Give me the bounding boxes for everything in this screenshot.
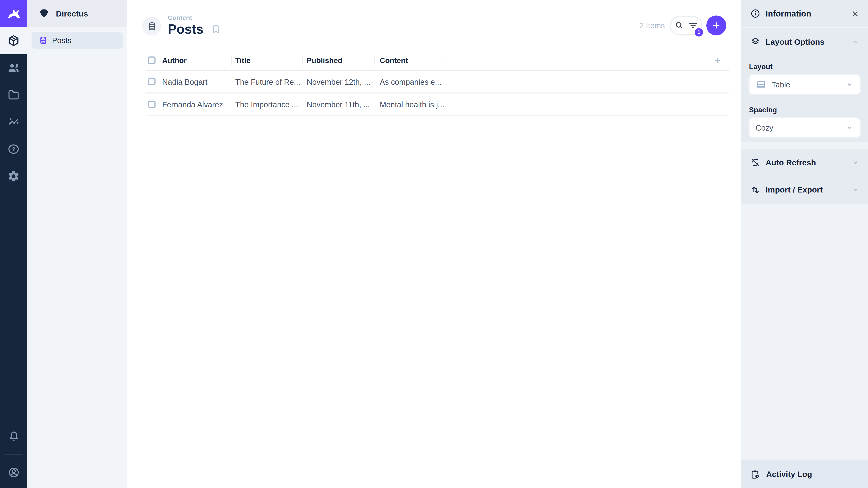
- table-layout-icon: [756, 79, 767, 90]
- directus-app: ?: [0, 0, 868, 488]
- activity-log-button[interactable]: Activity Log: [741, 460, 868, 488]
- select-all-checkbox[interactable]: [148, 57, 155, 64]
- row-select-cell: [146, 101, 162, 108]
- row-checkbox[interactable]: [148, 101, 155, 108]
- collection-badge: [142, 17, 161, 35]
- project-fan-icon: [38, 8, 50, 19]
- settings-gear-icon: [7, 170, 20, 183]
- module-content[interactable]: [0, 27, 27, 54]
- table-row[interactable]: Fernanda Alvarez The Importance ... Nove…: [146, 94, 729, 116]
- section-label: Import / Export: [766, 185, 846, 194]
- nav-item-posts[interactable]: Posts: [32, 32, 123, 48]
- notifications-button[interactable]: [0, 423, 27, 450]
- cell-content: As companies e...: [374, 77, 446, 86]
- chevron-down-icon: [845, 80, 854, 89]
- content-module-cube-icon: [7, 34, 20, 47]
- chevron-down-icon: [851, 158, 860, 167]
- module-help[interactable]: ?: [0, 135, 27, 163]
- section-auto-refresh[interactable]: Auto Refresh: [741, 149, 868, 176]
- add-column-button[interactable]: [713, 56, 722, 65]
- project-name: Directus: [56, 9, 88, 18]
- chevron-down-icon: [845, 123, 854, 132]
- select-all-cell: [146, 57, 162, 64]
- collection-database-icon: [147, 21, 156, 31]
- section-label: Layout Options: [766, 37, 846, 46]
- header-actions: 2 Items 1: [640, 15, 726, 35]
- bookmark-icon: [211, 24, 221, 34]
- collection-database-icon: [39, 36, 48, 45]
- items-count: 2 Items: [640, 21, 665, 30]
- sidebar-header: Information: [741, 0, 868, 27]
- nav-item-label: Posts: [52, 36, 71, 45]
- row-select-cell: [146, 78, 162, 86]
- search-icon[interactable]: [674, 21, 684, 31]
- sidebar-spacer: [741, 203, 868, 460]
- sidebar-gap: [741, 142, 868, 149]
- close-icon: [851, 9, 860, 18]
- column-header-title[interactable]: Title: [231, 56, 302, 65]
- filter-count-badge: 1: [694, 28, 703, 36]
- help-icon: ?: [7, 143, 20, 156]
- layout-select[interactable]: Table: [748, 74, 861, 95]
- layers-icon: [750, 37, 761, 47]
- title-block: Content Posts: [168, 14, 204, 37]
- cell-title: The Future of Re...: [231, 77, 302, 86]
- module-rail: ?: [0, 0, 27, 488]
- cell-published: November 11th, ...: [302, 100, 374, 109]
- column-header-content[interactable]: Content: [374, 56, 446, 65]
- module-files[interactable]: [0, 81, 27, 108]
- activity-clipboard-icon: [750, 469, 761, 480]
- insights-icon: [7, 116, 20, 128]
- cell-published: November 12th, ...: [302, 77, 374, 86]
- directus-logo-button[interactable]: [0, 0, 27, 27]
- create-item-button[interactable]: [706, 15, 726, 35]
- notifications-bell-icon: [7, 430, 20, 442]
- breadcrumb: Content: [168, 14, 204, 21]
- directus-rabbit-logo: [6, 6, 22, 22]
- section-label: Auto Refresh: [766, 158, 846, 167]
- files-folder-icon: [7, 89, 20, 101]
- header-rest: [446, 56, 729, 65]
- import-export-arrows-icon: [750, 185, 761, 195]
- close-sidebar-button[interactable]: [851, 9, 860, 18]
- spacing-select-value: Cozy: [756, 123, 840, 132]
- nav-sidebar: Directus Posts: [27, 0, 127, 488]
- column-header-published[interactable]: Published: [302, 56, 374, 65]
- rail-spacer: [0, 190, 27, 423]
- cell-title: The Importance ...: [231, 100, 302, 109]
- cell-author: Nadia Bogart: [162, 77, 231, 86]
- account-circle-icon: [7, 466, 20, 478]
- users-icon: [7, 61, 20, 74]
- spacing-select[interactable]: Cozy: [748, 117, 861, 138]
- layout-select-value: Table: [772, 80, 840, 89]
- page-header: Content Posts 2 Items: [127, 0, 741, 51]
- info-sidebar: Information Layout Options: [741, 0, 868, 488]
- module-insights[interactable]: [0, 108, 27, 135]
- chevron-up-icon: [851, 37, 860, 46]
- account-button[interactable]: [0, 459, 27, 486]
- table-row[interactable]: Nadia Bogart The Future of Re... Novembe…: [146, 71, 729, 93]
- module-settings[interactable]: [0, 163, 27, 190]
- column-header-author[interactable]: Author: [162, 56, 231, 65]
- bookmark-button[interactable]: [211, 24, 221, 34]
- page-title: Posts: [168, 21, 204, 37]
- items-table: Author Title Published Content Nadia Bog…: [127, 51, 741, 116]
- cell-content: Mental health is j...: [374, 100, 446, 109]
- activity-log-label: Activity Log: [766, 470, 859, 479]
- rail-divider: [4, 454, 23, 455]
- module-users[interactable]: [0, 54, 27, 81]
- sidebar-title: Information: [766, 9, 846, 18]
- project-header[interactable]: Directus: [27, 0, 127, 27]
- section-layout-options[interactable]: Layout Options: [741, 28, 868, 55]
- search-filter-pill[interactable]: 1: [670, 16, 702, 35]
- cell-author: Fernanda Alvarez: [162, 100, 231, 109]
- chevron-down-icon: [851, 185, 860, 194]
- layout-options-content: Layout Table Spacing Cozy: [741, 55, 868, 142]
- main-content: Content Posts 2 Items: [127, 0, 741, 488]
- row-checkbox[interactable]: [148, 78, 155, 86]
- info-icon: [750, 8, 761, 19]
- section-import-export[interactable]: Import / Export: [741, 176, 868, 203]
- sync-disabled-icon: [750, 157, 761, 168]
- table-header-row: Author Title Published Content: [146, 51, 729, 71]
- plus-icon: [711, 20, 722, 31]
